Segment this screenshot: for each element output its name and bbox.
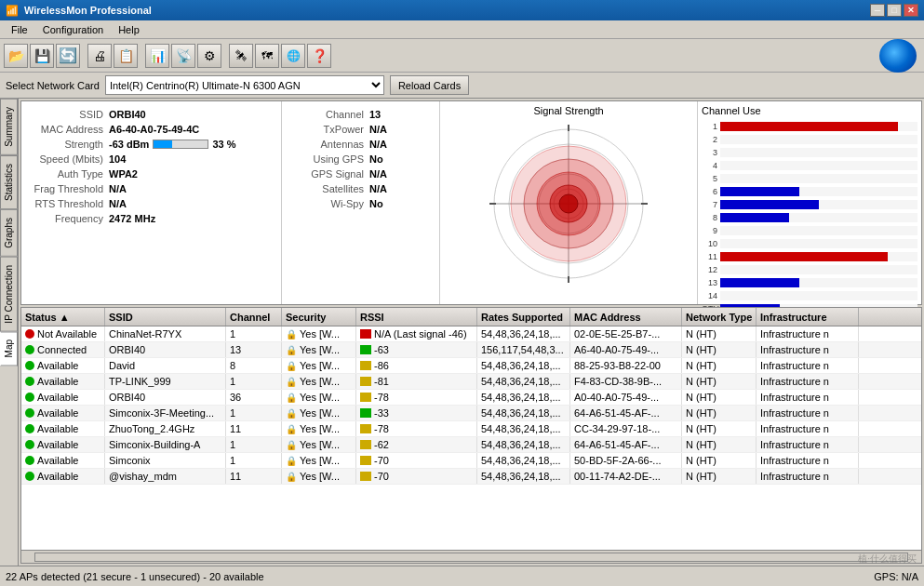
freq-value: 2472 MHz bbox=[109, 213, 155, 224]
menu-configuration[interactable]: Configuration bbox=[35, 22, 111, 37]
wispy-label: Wi-Spy bbox=[286, 198, 369, 209]
status-text-label: Available bbox=[37, 455, 78, 466]
channel-bar-wrap bbox=[720, 148, 917, 157]
strength-value: -63 dBm bbox=[109, 139, 149, 150]
rssi-value: -81 bbox=[374, 376, 389, 387]
toolbar-network[interactable]: 🌐 bbox=[281, 44, 305, 68]
toolbar-gps[interactable]: 🛰 bbox=[229, 44, 253, 68]
cell-security: 🔒Yes [W... bbox=[282, 390, 356, 405]
cell-channel: 1 bbox=[226, 326, 282, 341]
security-text: Yes [W... bbox=[300, 328, 340, 340]
tab-graphs[interactable]: Graphs bbox=[0, 209, 18, 257]
toolbar-signal[interactable]: 📡 bbox=[171, 44, 195, 68]
cell-infrastructure: Infrastructure n bbox=[757, 342, 859, 357]
channel-bar-fill bbox=[720, 187, 799, 196]
toolbar: 📂 💾 🔄 🖨 📋 📊 📡 ⚙ 🛰 🗺 🌐 ❓ bbox=[0, 39, 924, 73]
col-infra[interactable]: Infrastructure bbox=[757, 308, 859, 326]
horizontal-scrollbar[interactable] bbox=[21, 550, 921, 563]
col-rates[interactable]: Rates Supported bbox=[477, 308, 570, 326]
col-channel[interactable]: Channel bbox=[226, 308, 282, 326]
col-net-type[interactable]: Network Type bbox=[682, 308, 757, 326]
maximize-button[interactable]: □ bbox=[887, 4, 902, 17]
channel-number: 12 bbox=[702, 265, 720, 274]
cell-channel: 1 bbox=[226, 374, 282, 389]
channel-chart: 1234567891011121314OTH bbox=[702, 120, 917, 314]
rssi-indicator bbox=[360, 329, 371, 339]
cell-ssid: ORBI40 bbox=[105, 342, 226, 357]
frag-row: Frag Threshold N/A bbox=[25, 183, 277, 194]
table-row[interactable]: AvailableSimconix1🔒Yes [W...-7054,48,36,… bbox=[21, 453, 921, 469]
rts-label: RTS Threshold bbox=[25, 198, 109, 209]
tab-statistics[interactable]: Statistics bbox=[0, 155, 18, 209]
toolbar-reload[interactable]: 🔄 bbox=[56, 44, 80, 68]
table-row[interactable]: Available@vishay_mdm11🔒Yes [W...-7054,48… bbox=[21, 469, 921, 485]
cell-rssi: -81 bbox=[356, 374, 477, 389]
hscroll-track[interactable] bbox=[34, 553, 908, 562]
cell-rssi: -78 bbox=[356, 421, 477, 436]
channel-number: 4 bbox=[702, 161, 720, 170]
close-button[interactable]: ✕ bbox=[904, 4, 918, 17]
reload-cards-button[interactable]: Reload Cards bbox=[390, 75, 469, 95]
table-row[interactable]: AvailableTP-LINK_9991🔒Yes [W...-8154,48,… bbox=[21, 374, 921, 390]
table-row[interactable]: Not AvailableChinaNet-R7YX1🔒Yes [W...N/A… bbox=[21, 326, 921, 342]
rssi-indicator bbox=[360, 440, 371, 449]
gps-row: Using GPS No bbox=[286, 153, 435, 165]
toolbar-chart[interactable]: 📊 bbox=[145, 44, 169, 68]
cell-rssi: -86 bbox=[356, 358, 477, 373]
tab-summary[interactable]: Summary bbox=[0, 99, 18, 155]
channel-bar-row: 11 bbox=[702, 250, 917, 262]
col-mac[interactable]: MAC Address bbox=[570, 308, 682, 326]
toolbar-open[interactable]: 📂 bbox=[4, 44, 28, 68]
status-dot bbox=[25, 472, 34, 481]
col-rssi[interactable]: RSSI bbox=[356, 308, 477, 326]
lock-icon: 🔒 bbox=[286, 361, 297, 371]
cell-ssid: ORBI40 bbox=[105, 390, 226, 405]
table-row[interactable]: AvailableORBI4036🔒Yes [W...-7854,48,36,2… bbox=[21, 390, 921, 406]
tab-map[interactable]: Map bbox=[0, 331, 18, 366]
toolbar-copy[interactable]: 📋 bbox=[114, 44, 138, 68]
channel-bar-wrap bbox=[720, 135, 917, 144]
cell-rates: 54,48,36,24,18,... bbox=[477, 437, 570, 452]
security-text: Yes [W... bbox=[300, 471, 340, 482]
toolbar-help[interactable]: ❓ bbox=[307, 44, 331, 68]
table-row[interactable]: AvailableDavid8🔒Yes [W...-8654,48,36,24,… bbox=[21, 358, 921, 374]
toolbar-save[interactable]: 💾 bbox=[30, 44, 54, 68]
table-row[interactable]: AvailableZhuoTong_2.4GHz11🔒Yes [W...-785… bbox=[21, 421, 921, 437]
table-row[interactable]: AvailableSimconix-Building-A1🔒Yes [W...-… bbox=[21, 437, 921, 453]
cell-mac: 64-A6-51-45-AF-... bbox=[570, 406, 682, 420]
toolbar-map[interactable]: 🗺 bbox=[255, 44, 279, 68]
table-row[interactable]: AvailableSimconix-3F-Meeting...1🔒Yes [W.… bbox=[21, 406, 921, 421]
cell-rates: 54,48,36,24,18,... bbox=[477, 374, 570, 389]
strength-container: -63 dBm 33 % bbox=[109, 139, 235, 150]
statusbar: 22 APs detected (21 secure - 1 unsecured… bbox=[0, 566, 924, 586]
menu-help[interactable]: Help bbox=[111, 22, 147, 37]
channel-number: 14 bbox=[702, 291, 720, 300]
col-ssid[interactable]: SSID bbox=[105, 308, 226, 326]
cell-infrastructure: Infrastructure n bbox=[757, 453, 859, 468]
frag-label: Frag Threshold bbox=[25, 183, 109, 194]
security-text: Yes [W... bbox=[300, 455, 340, 466]
network-card-select[interactable]: Intel(R) Centrino(R) Ultimate-N 6300 AGN bbox=[105, 75, 384, 95]
channel-bar-fill bbox=[720, 200, 819, 209]
cell-mac: CC-34-29-97-18-... bbox=[570, 421, 682, 436]
col-security[interactable]: Security bbox=[282, 308, 356, 326]
toolbar-print[interactable]: 🖨 bbox=[87, 44, 112, 68]
cell-status: Available bbox=[21, 374, 105, 389]
list-body[interactable]: Not AvailableChinaNet-R7YX1🔒Yes [W...N/A… bbox=[21, 326, 921, 550]
table-row[interactable]: ConnectedORBI4013🔒Yes [W...-63156,117,54… bbox=[21, 342, 921, 358]
minimize-button[interactable]: ─ bbox=[870, 4, 885, 17]
cell-security: 🔒Yes [W... bbox=[282, 421, 356, 436]
tab-ip-connection[interactable]: IP Connection bbox=[0, 257, 18, 332]
cell-ssid: Simconix-3F-Meeting... bbox=[105, 406, 226, 420]
menu-file[interactable]: File bbox=[4, 22, 35, 37]
col-status[interactable]: Status ▲ bbox=[21, 308, 105, 326]
lock-icon: 🔒 bbox=[286, 456, 297, 466]
status-dot bbox=[25, 345, 34, 354]
toolbar-settings[interactable]: ⚙ bbox=[197, 44, 221, 68]
channel-bar-wrap bbox=[720, 187, 917, 196]
status-text-label: Not Available bbox=[37, 328, 97, 340]
svg-point-11 bbox=[559, 194, 578, 213]
security-text: Yes [W... bbox=[300, 376, 340, 387]
info-section: SSID ORBI40 MAC Address A6-40-A0-75-49-4… bbox=[21, 101, 282, 304]
antennas-value: N/A bbox=[369, 139, 387, 150]
